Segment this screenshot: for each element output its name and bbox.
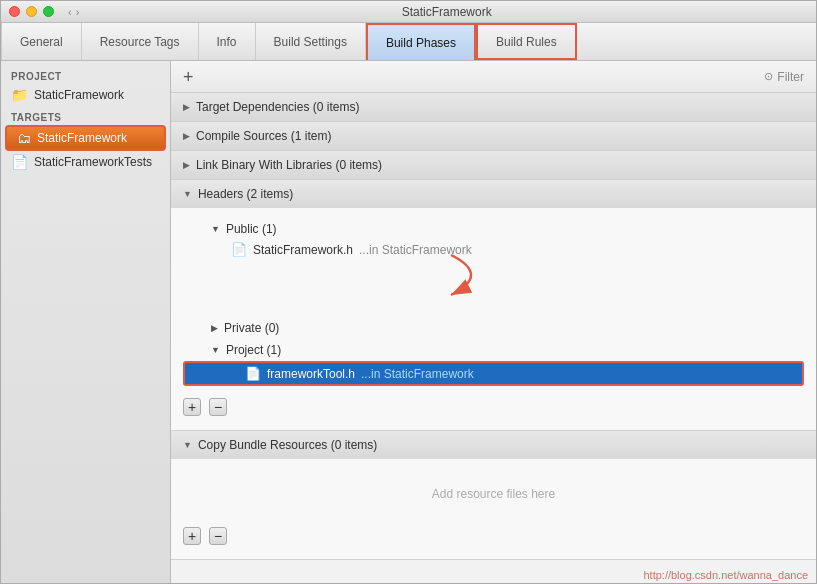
sub-header-public[interactable]: ▼ Public (1) [171, 220, 816, 238]
collapse-triangle-icon-link: ▶ [183, 160, 190, 170]
file-name-frameworktool: frameworkTool.h [267, 367, 355, 381]
remove-resource-button[interactable]: − [209, 527, 227, 545]
sub-label-public: Public (1) [226, 222, 277, 236]
copy-bundle-content: Add resource files here + − [171, 459, 816, 559]
tab-resource-tags[interactable]: Resource Tags [82, 23, 199, 60]
project-files: 📄 frameworkTool.h ...in StaticFramework [171, 359, 816, 388]
watermark: http://blog.csdn.net/wanna_dance [643, 569, 808, 581]
window: ‹ › StaticFramework General Resource Tag… [0, 0, 817, 584]
test-target-icon: 📄 [11, 154, 28, 170]
tab-build-phases[interactable]: Build Phases [366, 23, 476, 60]
forward-arrow-icon[interactable]: › [76, 6, 80, 18]
phase-header-link-binary[interactable]: ▶ Link Binary With Libraries (0 items) [171, 151, 816, 179]
target-label-1: StaticFrameworkTests [34, 155, 152, 169]
window-title: StaticFramework [85, 5, 808, 19]
collapse-triangle-icon: ▶ [183, 102, 190, 112]
file-item-frameworktool-h[interactable]: 📄 frameworkTool.h ...in StaticFramework [183, 361, 804, 386]
sidebar-item-static-framework[interactable]: 🗂 StaticFramework [5, 125, 166, 151]
phase-target-dependencies: ▶ Target Dependencies (0 items) [171, 93, 816, 122]
phase-label-link-binary: Link Binary With Libraries (0 items) [196, 158, 382, 172]
sub-section-private: ▶ Private (0) [171, 319, 816, 337]
sub-triangle-public-icon: ▼ [211, 224, 220, 234]
project-section-label: PROJECT [1, 65, 170, 84]
add-phase-button[interactable]: + [183, 68, 194, 86]
tab-info[interactable]: Info [199, 23, 256, 60]
file-name-staticframework: StaticFramework.h [253, 243, 353, 257]
phase-label-copy-bundle: Copy Bundle Resources (0 items) [198, 438, 377, 452]
tab-build-settings[interactable]: Build Settings [256, 23, 366, 60]
close-button[interactable] [9, 6, 20, 17]
add-resource-button[interactable]: + [183, 527, 201, 545]
remove-file-button[interactable]: − [209, 398, 227, 416]
phase-header-target-dependencies[interactable]: ▶ Target Dependencies (0 items) [171, 93, 816, 121]
project-icon: 📁 [11, 87, 28, 103]
phase-compile-sources: ▶ Compile Sources (1 item) [171, 122, 816, 151]
sidebar-item-project[interactable]: 📁 StaticFramework [1, 84, 170, 106]
collapse-triangle-icon-copy: ▼ [183, 440, 192, 450]
target-label-0: StaticFramework [37, 131, 127, 145]
header-file-selected-icon: 📄 [245, 366, 261, 381]
collapse-triangle-icon-compile: ▶ [183, 131, 190, 141]
sidebar-item-static-framework-tests[interactable]: 📄 StaticFrameworkTests [1, 151, 170, 173]
phase-header-compile-sources[interactable]: ▶ Compile Sources (1 item) [171, 122, 816, 150]
phase-link-binary: ▶ Link Binary With Libraries (0 items) [171, 151, 816, 180]
phase-label-compile-sources: Compile Sources (1 item) [196, 129, 331, 143]
tab-build-rules[interactable]: Build Rules [476, 23, 577, 60]
targets-section-label: TARGETS [1, 106, 170, 125]
minimize-button[interactable] [26, 6, 37, 17]
header-file-icon: 📄 [231, 242, 247, 257]
phase-label-headers: Headers (2 items) [198, 187, 293, 201]
filter-area: ⊙ Filter [764, 70, 804, 84]
phase-header-copy-bundle[interactable]: ▼ Copy Bundle Resources (0 items) [171, 431, 816, 459]
titlebar: ‹ › StaticFramework [1, 1, 816, 23]
content-area: + ⊙ Filter ▶ Target Dependencies (0 item… [171, 61, 816, 583]
project-item-label: StaticFramework [34, 88, 124, 102]
sub-triangle-private-icon: ▶ [211, 323, 218, 333]
nav-arrows: ‹ › [68, 6, 79, 18]
content-toolbar: + ⊙ Filter [171, 61, 816, 93]
arrow-annotation-area [171, 265, 816, 315]
file-suffix-frameworktool: ...in StaticFramework [361, 367, 474, 381]
phase-copy-bundle: ▼ Copy Bundle Resources (0 items) Add re… [171, 431, 816, 560]
maximize-button[interactable] [43, 6, 54, 17]
headers-content: ▼ Public (1) 📄 StaticFramework.h ...in S… [171, 208, 816, 430]
tabbar: General Resource Tags Info Build Setting… [1, 23, 816, 61]
headers-phase-actions: + − [171, 392, 816, 422]
arrow-svg [371, 245, 571, 305]
empty-resources-text: Add resource files here [171, 467, 816, 521]
add-file-button[interactable]: + [183, 398, 201, 416]
phase-label-target-dependencies: Target Dependencies (0 items) [196, 100, 359, 114]
sub-label-private: Private (0) [224, 321, 279, 335]
phase-headers: ▼ Headers (2 items) ▼ Public (1) 📄 [171, 180, 816, 431]
sub-triangle-project-icon: ▼ [211, 345, 220, 355]
filter-label: Filter [777, 70, 804, 84]
phase-header-headers[interactable]: ▼ Headers (2 items) [171, 180, 816, 208]
copy-bundle-phase-actions: + − [171, 521, 816, 551]
sub-label-project: Project (1) [226, 343, 281, 357]
sub-header-private[interactable]: ▶ Private (0) [171, 319, 816, 337]
tab-general[interactable]: General [1, 23, 82, 60]
back-arrow-icon[interactable]: ‹ [68, 6, 72, 18]
sub-header-project[interactable]: ▼ Project (1) [171, 341, 816, 359]
collapse-triangle-icon-headers: ▼ [183, 189, 192, 199]
main-content: PROJECT 📁 StaticFramework TARGETS 🗂 Stat… [1, 61, 816, 583]
sidebar: PROJECT 📁 StaticFramework TARGETS 🗂 Stat… [1, 61, 171, 583]
target-icon: 🗂 [17, 130, 31, 146]
sub-section-project: ▼ Project (1) 📄 frameworkTool.h ...in St… [171, 341, 816, 388]
filter-icon: ⊙ [764, 70, 773, 83]
